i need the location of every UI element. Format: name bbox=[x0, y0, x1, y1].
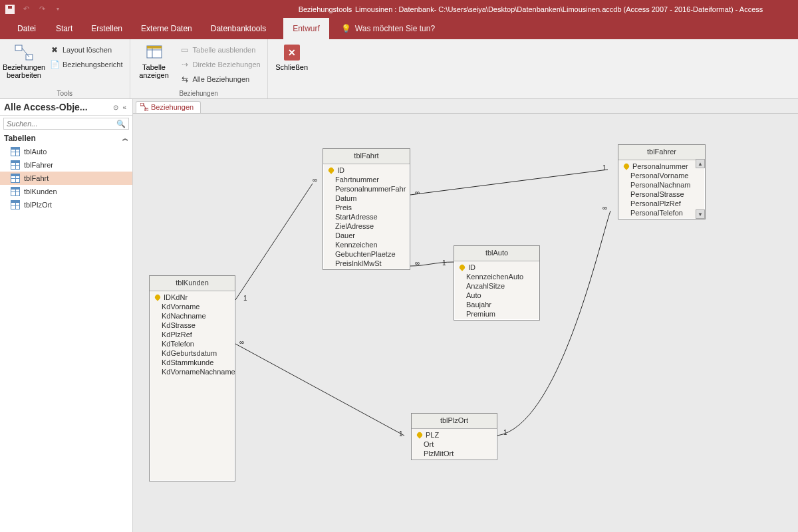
field-personalvorname[interactable]: PersonalVorname bbox=[618, 171, 705, 180]
search-icon[interactable]: 🔍 bbox=[114, 120, 128, 128]
field-preis[interactable]: Preis bbox=[323, 203, 410, 212]
table-tblfahrer[interactable]: tblFahrerPersonalnummerPersonalVornamePe… bbox=[618, 144, 706, 219]
field-startadresse[interactable]: StartAdresse bbox=[323, 212, 410, 221]
nav-collapse-icon[interactable]: « bbox=[120, 104, 128, 111]
tab-externe-daten[interactable]: Externe Daten bbox=[132, 18, 201, 39]
relationship-report-button[interactable]: 📄 Beziehungsbericht bbox=[47, 58, 126, 71]
table-icon bbox=[11, 160, 20, 170]
close-label: Schließen bbox=[275, 63, 308, 71]
undo-icon[interactable]: ↶ bbox=[20, 3, 32, 15]
tab-file[interactable]: Datei bbox=[7, 18, 47, 39]
field-gebuchtenplaetze[interactable]: GebuchtenPlaetze bbox=[323, 249, 410, 259]
field-kdtelefon[interactable]: KdTelefon bbox=[150, 339, 235, 348]
rel-end-many: ∞ bbox=[239, 338, 244, 346]
field-datum[interactable]: Datum bbox=[323, 194, 410, 203]
direct-rel-icon: ⇢ bbox=[180, 59, 190, 70]
nav-item-tblkunden[interactable]: tblKunden bbox=[0, 185, 132, 198]
field-plzmitort[interactable]: PlzMitOrt bbox=[412, 449, 497, 458]
field-personalplzref[interactable]: PersonalPlzRef bbox=[618, 199, 705, 208]
table-title[interactable]: tblFahrer bbox=[618, 145, 705, 160]
nav-group-tables[interactable]: Tabellen ︽ bbox=[0, 132, 132, 145]
field-kdvorname[interactable]: KdVorname bbox=[150, 302, 235, 311]
hide-table-icon: ▭ bbox=[180, 45, 190, 55]
field-personalstrasse[interactable]: PersonalStrasse bbox=[618, 190, 705, 199]
field-kennzeichen[interactable]: Kennzeichen bbox=[323, 240, 410, 249]
ribbon-tabs: Datei Start Erstellen Externe Daten Date… bbox=[0, 18, 798, 39]
field-personalnachnam[interactable]: PersonalNachnam bbox=[618, 180, 705, 190]
field-personalnummer[interactable]: Personalnummer bbox=[618, 162, 705, 171]
field-id[interactable]: ID bbox=[454, 263, 539, 272]
edit-relationships-button[interactable]: Beziehungen bearbeiten bbox=[4, 42, 44, 79]
table-icon bbox=[11, 174, 20, 183]
field-dauer[interactable]: Dauer bbox=[323, 231, 410, 240]
field-kdnachname[interactable]: KdNachname bbox=[150, 311, 235, 321]
field-plz[interactable]: PLZ bbox=[412, 430, 497, 440]
clear-layout-button[interactable]: ✖ Layout löschen bbox=[47, 43, 126, 57]
table-title[interactable]: tblPlzOrt bbox=[412, 414, 497, 429]
table-tblfahrt[interactable]: tblFahrtIDFahrtnummerPersonalnummerFahrD… bbox=[323, 148, 410, 270]
table-tblkunden[interactable]: tblKundenIDKdNrKdVornameKdNachnameKdStra… bbox=[149, 275, 235, 481]
redo-icon[interactable]: ↷ bbox=[36, 3, 48, 15]
all-rel-icon: ⇆ bbox=[180, 74, 190, 84]
svg-rect-6 bbox=[147, 46, 162, 49]
tell-me-placeholder: Was möchten Sie tun? bbox=[355, 24, 435, 33]
scroll-up-icon[interactable]: ▲ bbox=[696, 159, 705, 168]
ribbon-group-close: ✕ Schließen bbox=[268, 39, 316, 98]
nav-item-tblauto[interactable]: tblAuto bbox=[0, 145, 132, 158]
field-kdstammkunde[interactable]: KdStammkunde bbox=[150, 358, 235, 367]
field-id[interactable]: ID bbox=[323, 166, 410, 175]
table-icon bbox=[11, 200, 20, 209]
table-title[interactable]: tblKunden bbox=[150, 276, 235, 291]
ribbon: Beziehungen bearbeiten ✖ Layout löschen … bbox=[0, 39, 798, 99]
save-icon[interactable] bbox=[4, 3, 16, 15]
nav-group-label: Tabellen bbox=[4, 134, 36, 143]
nav-search[interactable]: 🔍 bbox=[3, 118, 129, 130]
field-fahrtnummer[interactable]: Fahrtnummer bbox=[323, 175, 410, 184]
doc-tab-beziehungen[interactable]: Beziehungen bbox=[136, 101, 201, 113]
field-kdplzref[interactable]: KdPlzRef bbox=[150, 330, 235, 339]
field-personalnummerfahr[interactable]: PersonalnummerFahr bbox=[323, 184, 410, 194]
field-auto[interactable]: Auto bbox=[454, 291, 539, 300]
nav-item-tblfahrer[interactable]: tblFahrer bbox=[0, 158, 132, 172]
field-preisinklmwst[interactable]: PreisInklMwSt bbox=[323, 259, 410, 268]
nav-title[interactable]: Alle Access-Obje... bbox=[4, 102, 111, 112]
field-personaltelefon[interactable]: PersonalTelefon bbox=[618, 208, 705, 217]
field-kdstrasse[interactable]: KdStrasse bbox=[150, 321, 235, 330]
document-area: Beziehungen 1 ∞ ∞ 1 ∞ 1 ∞ 1 1 ∞ tblFahrt… bbox=[133, 99, 798, 532]
nav-search-input[interactable] bbox=[4, 118, 114, 129]
field-kdvornamenachname[interactable]: KdVornameNachname bbox=[150, 367, 235, 376]
field-kdgeburtsdatum[interactable]: KdGeburtsdatum bbox=[150, 348, 235, 358]
qat-dropdown-icon[interactable]: ▾ bbox=[52, 3, 64, 15]
hide-table-label: Tabelle ausblenden bbox=[193, 46, 256, 54]
table-title[interactable]: tblFahrt bbox=[323, 149, 410, 164]
relationships-canvas[interactable]: 1 ∞ ∞ 1 ∞ 1 ∞ 1 1 ∞ tblFahrtIDFahrtnumme… bbox=[133, 114, 798, 532]
table-tblplzort[interactable]: tblPlzOrtPLZOrtPlzMitOrt bbox=[411, 413, 497, 460]
tab-erstellen[interactable]: Erstellen bbox=[82, 18, 132, 39]
field-baujahr[interactable]: Baujahr bbox=[454, 300, 539, 309]
nav-item-tblfahrt[interactable]: tblFahrt bbox=[0, 172, 132, 185]
tab-entwurf[interactable]: Entwurf bbox=[283, 18, 329, 39]
field-idkdnr[interactable]: IDKdNr bbox=[150, 293, 235, 302]
svg-rect-7 bbox=[140, 103, 144, 106]
rel-end-one: 1 bbox=[399, 430, 403, 438]
tab-datenbanktools[interactable]: Datenbanktools bbox=[201, 18, 275, 39]
close-button[interactable]: ✕ Schließen bbox=[272, 42, 312, 71]
field-anzahlsitze[interactable]: AnzahlSitze bbox=[454, 281, 539, 291]
show-table-button[interactable]: Tabelle anzeigen bbox=[134, 42, 174, 79]
tell-me-search[interactable]: 💡 Was möchten Sie tun? bbox=[329, 18, 435, 39]
table-title[interactable]: tblAuto bbox=[454, 246, 539, 261]
scroll-down-icon[interactable]: ▼ bbox=[696, 209, 705, 219]
tab-start[interactable]: Start bbox=[47, 18, 82, 39]
lightbulb-icon: 💡 bbox=[341, 24, 351, 33]
table-tblauto[interactable]: tblAutoIDKennzeichenAutoAnzahlSitzeAutoB… bbox=[454, 245, 540, 321]
nav-dropdown-icon[interactable]: ⊙ bbox=[111, 104, 120, 111]
title-bar: ↶ ↷ ▾ Beziehungstools Limousinen : Daten… bbox=[0, 0, 798, 18]
nav-item-tblplzort[interactable]: tblPlzOrt bbox=[0, 198, 132, 211]
field-ort[interactable]: Ort bbox=[412, 440, 497, 449]
table-icon bbox=[11, 147, 20, 156]
all-relationships-button[interactable]: ⇆ Alle Beziehungen bbox=[177, 72, 263, 86]
field-kennzeichenauto[interactable]: KennzeichenAuto bbox=[454, 272, 539, 281]
field-premium[interactable]: Premium bbox=[454, 309, 539, 319]
field-zieladresse[interactable]: ZielAdresse bbox=[323, 221, 410, 231]
collapse-group-icon[interactable]: ︽ bbox=[122, 134, 128, 143]
